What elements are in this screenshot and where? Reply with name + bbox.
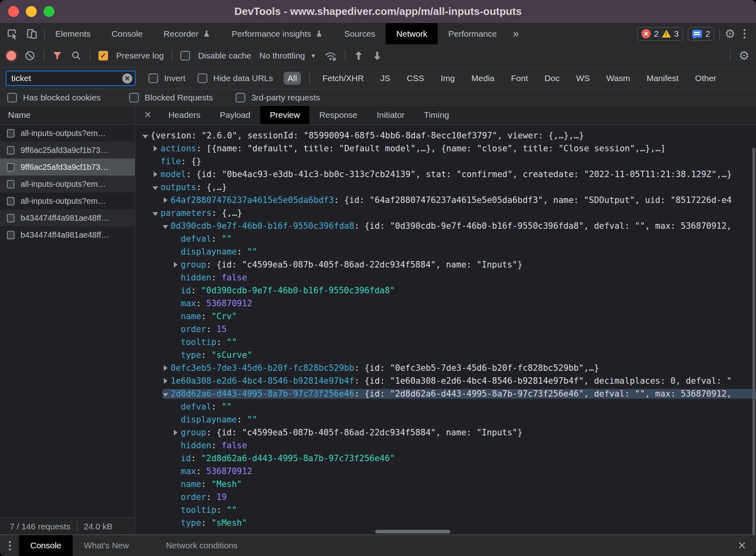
chip-js[interactable]: JS [376, 72, 395, 85]
request-row[interactable]: 9ff6ac25afd3a9cf1b73… [0, 159, 135, 176]
expand-down-icon[interactable] [152, 212, 158, 216]
zoom-window-button[interactable] [44, 6, 54, 17]
chip-doc[interactable]: Doc [541, 72, 564, 85]
expand-right-icon[interactable] [164, 197, 167, 203]
messages-badge[interactable]: 2 [688, 27, 714, 41]
import-har-icon[interactable] [353, 50, 364, 61]
tab-performance[interactable]: Performance [438, 23, 507, 44]
json-line[interactable]: 0d390cdb-9e7f-46b0-b16f-9550c396fda8: {i… [135, 219, 756, 232]
json-key: defval [181, 234, 211, 244]
tab-initiator[interactable]: Initiator [367, 106, 414, 124]
hide-data-urls-checkbox[interactable] [198, 73, 207, 83]
expand-right-icon[interactable] [164, 378, 167, 384]
drawer-tab-network-conditions[interactable]: Network conditions [155, 535, 249, 556]
request-row[interactable]: all-inputs-outputs?em… [0, 125, 135, 142]
close-window-button[interactable] [8, 6, 19, 17]
json-key: tooltip [181, 337, 217, 347]
json-value: {,…} [207, 182, 227, 192]
json-line[interactable]: group: {id: "c4599ea5-087b-405f-86ad-22d… [135, 258, 756, 271]
chip-wasm[interactable]: Wasm [602, 72, 634, 85]
drawer-more-icon[interactable] [6, 541, 14, 550]
throttling-dropdown[interactable]: No throttling ▼ [259, 51, 316, 61]
request-row[interactable]: b434474ff4a981ae48ff… [0, 209, 135, 226]
request-row[interactable]: all-inputs-outputs?em… [0, 192, 135, 209]
expand-down-icon[interactable] [163, 225, 168, 229]
disable-cache-checkbox[interactable] [180, 51, 190, 61]
more-tabs-button[interactable]: » [507, 23, 524, 44]
chip-fetch-xhr[interactable]: Fetch/XHR [318, 72, 368, 85]
close-drawer-icon[interactable]: ✕ [737, 539, 756, 552]
minimize-window-button[interactable] [26, 6, 37, 17]
filter-icon[interactable] [52, 50, 63, 61]
export-har-icon[interactable] [372, 50, 382, 61]
more-options-icon[interactable] [740, 29, 749, 38]
device-toolbar-icon[interactable] [26, 28, 38, 40]
json-line[interactable]: group: {id: "c4599ea5-087b-405f-86ad-22d… [135, 426, 756, 439]
record-button[interactable] [6, 51, 16, 61]
expand-right-icon[interactable] [174, 262, 178, 268]
expand-right-icon[interactable] [174, 430, 178, 435]
chip-img[interactable]: Img [437, 72, 459, 85]
json-line[interactable]: outputs: {,…} [135, 181, 756, 194]
json-separator: : [196, 144, 207, 153]
expand-right-icon[interactable] [154, 171, 157, 177]
drawer-tab-whats-new[interactable]: What's New [73, 535, 140, 556]
inspect-element-icon[interactable] [6, 28, 19, 40]
chip-all[interactable]: All [284, 72, 301, 85]
tab-timing[interactable]: Timing [414, 106, 459, 124]
has-blocked-cookies-checkbox[interactable] [7, 93, 17, 102]
request-row[interactable]: all-inputs-outputs?em… [0, 176, 135, 192]
network-conditions-icon[interactable] [324, 50, 337, 62]
tab-preview[interactable]: Preview [260, 106, 310, 124]
request-row[interactable]: b434474ff4a981ae48ff… [0, 226, 135, 243]
json-line[interactable]: 2d8d62a6-d443-4995-8a7b-97c73f256e46: {i… [135, 387, 756, 400]
filter-input[interactable] [6, 71, 136, 86]
tab-sources[interactable]: Sources [334, 23, 386, 44]
preserve-log-checkbox[interactable]: ✓ [98, 51, 108, 61]
chip-manifest[interactable]: Manifest [643, 72, 683, 85]
tab-elements[interactable]: Elements [45, 23, 101, 44]
tab-response[interactable]: Response [309, 106, 367, 124]
json-line[interactable]: 1e60a308-e2d6-4bc4-8546-b92814e97b4f: {i… [135, 374, 756, 387]
search-icon[interactable] [71, 50, 82, 61]
json-line[interactable]: 0efc3eb5-7de3-45d6-b20f-fc828bc529bb: {i… [135, 362, 756, 374]
settings-gear-icon[interactable]: ⚙ [725, 28, 735, 40]
expand-right-icon[interactable] [154, 146, 157, 151]
clear-button[interactable] [24, 50, 36, 61]
horizontal-scrollbar[interactable] [375, 530, 450, 533]
json-value: "" [247, 415, 257, 424]
issues-badge[interactable]: ✕ 2 3 [637, 27, 683, 41]
clear-filter-icon[interactable]: ✕ [122, 73, 132, 84]
close-detail-icon[interactable]: ✕ [135, 106, 159, 124]
json-line[interactable]: {version: "2.6.0", sessionId: "85990094-… [135, 129, 756, 142]
json-line[interactable]: actions: [{name: "default", title: "Defa… [135, 142, 756, 155]
vertical-scrollbar[interactable] [752, 148, 755, 535]
chip-ws[interactable]: WS [572, 72, 594, 85]
json-line[interactable]: 64af28807476237a4615e5e05da6bdf3: {id: "… [135, 194, 756, 207]
tab-network[interactable]: Network [386, 23, 438, 44]
tab-payload[interactable]: Payload [210, 106, 260, 124]
invert-checkbox[interactable] [148, 73, 158, 83]
third-party-requests-checkbox[interactable] [236, 93, 245, 102]
tab-performance-insights[interactable]: Performance insights [221, 23, 334, 44]
json-line[interactable]: model: {id: "0be4ac93-e3db-41c3-bb0c-313… [135, 168, 756, 181]
json-line[interactable]: parameters: {,…} [135, 207, 756, 219]
request-row[interactable]: 9ff6ac25afd3a9cf1b73… [0, 142, 135, 159]
tab-recorder[interactable]: Recorder [153, 23, 221, 44]
expand-down-icon[interactable] [163, 393, 168, 397]
chip-other[interactable]: Other [691, 72, 720, 85]
chip-css[interactable]: CSS [403, 72, 428, 85]
arrow-spacer [173, 355, 181, 355]
drawer-tab-console[interactable]: Console [19, 535, 73, 556]
expand-right-icon[interactable] [164, 365, 167, 371]
chip-font[interactable]: Font [507, 72, 532, 85]
chip-media[interactable]: Media [468, 72, 499, 85]
expand-down-icon[interactable] [152, 186, 158, 190]
expand-down-icon[interactable] [142, 135, 148, 138]
blocked-requests-checkbox[interactable] [129, 93, 139, 102]
json-key: id [181, 454, 191, 463]
tab-console[interactable]: Console [101, 23, 153, 44]
name-column-header[interactable]: Name [0, 106, 135, 125]
network-settings-gear-icon[interactable]: ⚙ [739, 50, 750, 62]
tab-headers[interactable]: Headers [159, 106, 210, 124]
